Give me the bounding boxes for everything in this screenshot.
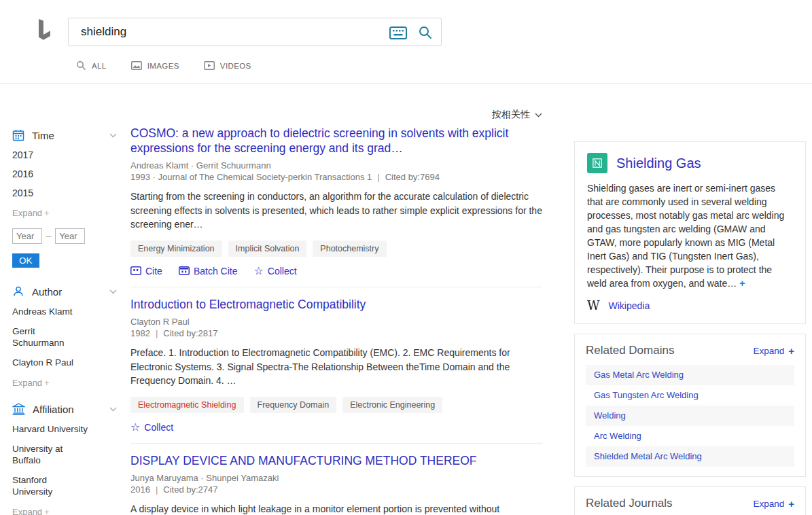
- time-expand-button[interactable]: Expand+: [12, 208, 117, 218]
- year-filter-2016[interactable]: 2016: [12, 168, 117, 179]
- star-icon: ☆: [130, 423, 140, 432]
- author-filter-item[interactable]: Clayton R Paul: [12, 357, 95, 368]
- author-section-title: Author: [32, 286, 62, 298]
- result-abstract: A display device in which light leakage …: [130, 502, 542, 515]
- entity-description: Shielding gases are inert or semi-inert …: [587, 181, 793, 290]
- related-domains-title: Related Domains: [586, 344, 674, 357]
- bing-logo-icon[interactable]: [35, 18, 56, 43]
- tag-pill[interactable]: Energy Minimization: [130, 241, 222, 257]
- batch-cite-label: Batch Cite: [194, 266, 238, 277]
- author-filter-item[interactable]: Andreas Klamt: [12, 306, 95, 317]
- affiliation-section-title: Affiliation: [33, 404, 74, 415]
- related-domain-link[interactable]: Shielded Metal Arc Welding: [586, 446, 794, 467]
- collect-button[interactable]: ☆ Collect: [254, 266, 297, 277]
- star-icon: ☆: [254, 266, 264, 276]
- show-more-plus-icon[interactable]: +: [739, 278, 745, 289]
- search-input[interactable]: [69, 18, 441, 46]
- affiliation-section-header[interactable]: Affiliation: [12, 403, 117, 415]
- entity-title-link[interactable]: Shielding Gas: [616, 156, 701, 171]
- result-meta: 1993 · Journal of The Chemical Society-p…: [130, 172, 542, 183]
- cite-icon: [130, 266, 141, 275]
- author-filter-item[interactable]: Gerrit Schuurmann: [12, 325, 95, 349]
- result-abstract: Starting from the screening in conductor…: [130, 190, 542, 232]
- result-authors[interactable]: Andreas Klamt · Gerrit Schuurmann: [130, 160, 542, 171]
- tab-all-label: ALL: [92, 62, 107, 70]
- result-tags: Energy Minimization Implicit Solvation P…: [130, 241, 542, 257]
- result-authors[interactable]: Junya Maruyama · Shunpei Yamazaki: [130, 473, 542, 484]
- batch-cite-icon: [179, 266, 190, 275]
- entity-header: Shielding Gas: [587, 153, 793, 173]
- expand-label: Expand: [12, 208, 42, 218]
- related-domain-link[interactable]: Welding: [586, 406, 794, 426]
- year-range-separator: –: [46, 231, 51, 241]
- result-authors[interactable]: Clayton R Paul: [130, 317, 542, 327]
- time-section-header[interactable]: Time: [12, 129, 117, 141]
- related-journals-expand-button[interactable]: Expand+: [753, 498, 794, 510]
- calendar-icon: [12, 129, 24, 141]
- related-domain-link[interactable]: Gas Tungsten Arc Welding: [586, 385, 794, 406]
- author-expand-button[interactable]: Expand+: [12, 378, 117, 388]
- sort-by-relevance-dropdown[interactable]: 按相关性: [462, 109, 542, 121]
- tab-videos[interactable]: VIDEOS: [204, 60, 251, 71]
- collect-button[interactable]: ☆ Collect: [130, 422, 173, 433]
- expand-label: Expand: [12, 507, 42, 515]
- related-domain-link[interactable]: Arc Welding: [586, 426, 794, 446]
- chevron-down-icon[interactable]: [109, 133, 117, 138]
- affiliation-filter-item[interactable]: University at Buffalo: [12, 443, 95, 466]
- batch-cite-button[interactable]: Batch Cite: [179, 266, 238, 277]
- tag-pill[interactable]: Implicit Solvation: [228, 241, 307, 257]
- tag-pill[interactable]: Frequency Domain: [250, 397, 337, 413]
- chevron-down-icon[interactable]: [109, 407, 117, 412]
- cited-by-count: Cited by:2817: [163, 328, 217, 338]
- result-title-link[interactable]: DISPLAY DEVICE AND MANUFACTURING METHOD …: [130, 454, 542, 469]
- year-from-input[interactable]: [12, 228, 42, 244]
- related-domains-expand-button[interactable]: Expand+: [753, 345, 794, 357]
- related-domain-link[interactable]: Gas Metal Arc Welding: [586, 365, 794, 385]
- result-actions: ☆ Collect: [130, 422, 542, 433]
- header-divider: [0, 83, 812, 84]
- related-journals-card: Related Journals Expand+ Welding Journal: [574, 486, 806, 515]
- meta-separator: |: [156, 484, 158, 495]
- time-section-title: Time: [32, 130, 54, 141]
- cite-button[interactable]: Cite: [130, 266, 162, 277]
- images-icon: [131, 61, 142, 70]
- tag-pill-highlighted[interactable]: Electromagnetic Shielding: [130, 397, 244, 413]
- result-item: COSMO: a new approach to dielectric scre…: [130, 126, 542, 277]
- plus-icon: +: [788, 345, 794, 357]
- all-search-icon: [76, 60, 86, 71]
- cite-label: Cite: [145, 266, 162, 277]
- person-icon: [12, 285, 24, 298]
- expand-label: Expand: [753, 346, 784, 356]
- result-divider: [130, 287, 542, 287]
- result-item: Introduction to Electromagnetic Compatib…: [130, 298, 542, 433]
- keyboard-icon[interactable]: [389, 26, 407, 39]
- tag-pill[interactable]: Electronic Engineering: [342, 397, 442, 413]
- results-list: COSMO: a new approach to dielectric scre…: [130, 126, 542, 515]
- chevron-down-icon[interactable]: [109, 289, 117, 294]
- related-domains-header: Related Domains Expand+: [586, 344, 794, 357]
- affiliation-expand-button[interactable]: Expand+: [12, 507, 117, 515]
- year-to-input[interactable]: [55, 228, 85, 244]
- author-section-header[interactable]: Author: [12, 285, 117, 298]
- tab-images[interactable]: IMAGES: [131, 60, 179, 71]
- plus-icon: +: [44, 378, 50, 388]
- result-abstract: Preface. 1. Introduction to Electromagne…: [130, 346, 542, 388]
- result-title-link[interactable]: Introduction to Electromagnetic Compatib…: [130, 298, 542, 313]
- year-filter-2017[interactable]: 2017: [12, 149, 117, 160]
- tab-videos-label: VIDEOS: [220, 62, 251, 70]
- result-title-link[interactable]: COSMO: a new approach to dielectric scre…: [130, 126, 542, 156]
- result-year-venue: 1993 · Journal of The Chemical Society-p…: [130, 172, 372, 182]
- tag-pill[interactable]: Photochemistry: [313, 241, 386, 257]
- affiliation-filter-item[interactable]: Stanford University: [12, 474, 95, 497]
- wikipedia-link[interactable]: Wikipedia: [609, 300, 650, 311]
- meta-separator: |: [377, 172, 379, 182]
- tab-all[interactable]: ALL: [76, 60, 107, 71]
- affiliation-filter-item[interactable]: Harvard University: [12, 423, 95, 435]
- year-filter-2015[interactable]: 2015: [12, 188, 117, 198]
- plus-icon: +: [44, 208, 50, 218]
- expand-label: Expand: [12, 378, 42, 388]
- search-icon[interactable]: [418, 25, 433, 40]
- filter-section-author: Author Andreas Klamt Gerrit Schuurmann C…: [12, 285, 117, 388]
- result-year-venue: 2016: [130, 484, 150, 495]
- ok-button[interactable]: OK: [12, 253, 39, 268]
